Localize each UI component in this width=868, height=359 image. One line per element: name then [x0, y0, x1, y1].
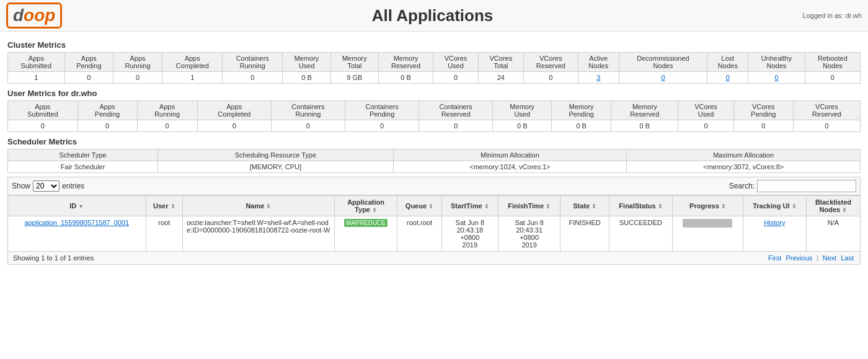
ucol-memory-used: MemoryUsed	[493, 101, 552, 120]
col-vcores-used: VCoresUsed	[433, 53, 479, 72]
cluster-metrics-title: Cluster Metrics	[7, 40, 861, 50]
scheduler-metrics-row: Fair Scheduler [MEMORY, CPU] <memory:102…	[8, 161, 861, 173]
scol-scheduler-type: Scheduler Type	[8, 149, 158, 161]
top-bar: doop All Applications Logged in as: dr.w…	[0, 0, 868, 32]
app-state: FINISHED	[560, 216, 609, 252]
sval-scheduling-resource-type: [MEMORY, CPU]	[158, 161, 393, 173]
col-memory-reserved: MemoryReserved	[378, 53, 433, 72]
val-apps-submitted: 1	[8, 72, 65, 84]
col-rebooted-nodes: RebootedNodes	[805, 53, 860, 72]
col-unhealthy-nodes: UnhealthyNodes	[748, 53, 805, 72]
val-apps-pending: 0	[64, 72, 113, 84]
user-metrics-table: AppsSubmitted AppsPending AppsRunning Ap…	[7, 100, 861, 132]
ucol-apps-completed: AppsCompleted	[197, 101, 271, 120]
last-page-link[interactable]: Last	[841, 254, 854, 262]
sort-trackingui-icon: ⇕	[792, 203, 797, 210]
sort-id-icon: ▼	[78, 203, 84, 210]
th-queue[interactable]: Queue ⇕	[397, 196, 441, 216]
show-label: Show	[12, 182, 30, 190]
entries-select[interactable]: 10 20 50 100	[33, 180, 60, 192]
app-type: MAPREDUCE	[334, 216, 397, 252]
val-apps-running: 0	[113, 72, 162, 84]
th-name[interactable]: Name ⇕	[183, 196, 335, 216]
sval-maximum-allocation: <memory:3072, vCores:8>	[627, 161, 861, 173]
search-bar: Search:	[729, 180, 856, 192]
login-info: Logged in as: dr.wh	[803, 12, 862, 19]
val-active-nodes[interactable]: 3	[578, 72, 619, 84]
uval-vcores-used: 0	[678, 120, 733, 132]
col-apps-completed: AppsCompleted	[162, 53, 223, 72]
th-blacklisted-nodes[interactable]: BlacklistedNodes ⇕	[806, 196, 860, 216]
ucol-vcores-used: VCoresUsed	[678, 101, 733, 120]
table-row: application_1559980571587_0001 root oozi…	[8, 216, 861, 252]
user-metrics-title: User Metrics for dr.who	[7, 89, 861, 98]
sort-name-icon: ⇕	[266, 203, 271, 210]
col-vcores-reserved: VCoresReserved	[523, 53, 578, 72]
uval-vcores-reserved: 0	[793, 120, 860, 132]
sort-state-icon: ⇕	[591, 203, 596, 210]
uval-containers-pending: 0	[345, 120, 419, 132]
apps-table: ID ▼ User ⇕ Name ⇕ ApplicationType ⇕ Que…	[7, 195, 861, 252]
app-id[interactable]: application_1559980571587_0001	[8, 216, 146, 252]
ucol-apps-pending: AppsPending	[78, 101, 137, 120]
app-name: oozie:launcher:T=shell:W=shell-wf:A=shel…	[183, 216, 335, 252]
uval-vcores-pending: 0	[733, 120, 793, 132]
pagination-bar: Showing 1 to 1 of 1 entries First Previo…	[7, 252, 861, 265]
col-apps-running: AppsRunning	[113, 53, 162, 72]
th-app-type[interactable]: ApplicationType ⇕	[334, 196, 397, 216]
col-active-nodes: ActiveNodes	[578, 53, 619, 72]
th-user[interactable]: User ⇕	[146, 196, 182, 216]
scol-maximum-allocation: Maximum Allocation	[627, 149, 861, 161]
th-id[interactable]: ID ▼	[8, 196, 146, 216]
sval-minimum-allocation: <memory:1024, vCores:1>	[393, 161, 627, 173]
search-input[interactable]	[757, 180, 856, 192]
app-queue: root.root	[397, 216, 441, 252]
col-containers-running: ContainersRunning	[223, 53, 283, 72]
val-decommissioned-nodes[interactable]: 0	[619, 72, 707, 84]
sort-blacklisted-icon: ⇕	[842, 207, 847, 213]
scol-scheduling-resource-type: Scheduling Resource Type	[158, 149, 393, 161]
val-lost-nodes[interactable]: 0	[707, 72, 748, 84]
th-final-status[interactable]: FinalStatus ⇕	[609, 196, 673, 216]
ucol-memory-reserved: MemoryReserved	[611, 101, 678, 120]
val-memory-total: 9 GB	[330, 72, 378, 84]
first-page-link[interactable]: First	[768, 254, 781, 262]
ucol-apps-submitted: AppsSubmitted	[8, 101, 78, 120]
sort-finalstatus-icon: ⇕	[658, 203, 663, 210]
col-apps-submitted: AppsSubmitted	[8, 53, 65, 72]
uval-containers-reserved: 0	[419, 120, 493, 132]
col-memory-used: MemoryUsed	[283, 53, 330, 72]
cluster-metrics-table: AppsSubmitted AppsPending AppsRunning Ap…	[7, 52, 861, 84]
val-vcores-used: 0	[433, 72, 479, 84]
th-tracking-ui[interactable]: Tracking UI ⇕	[743, 196, 806, 216]
sort-progress-icon: ⇕	[721, 203, 726, 210]
th-finish-time[interactable]: FinishTime ⇕	[498, 196, 560, 216]
previous-page-link[interactable]: Previous	[786, 254, 812, 262]
ucol-containers-running: ContainersRunning	[271, 101, 345, 120]
uval-apps-submitted: 0	[8, 120, 78, 132]
val-unhealthy-nodes[interactable]: 0	[748, 72, 805, 84]
entries-label: entries	[62, 182, 84, 190]
app-progress	[673, 216, 743, 252]
val-memory-used: 0 B	[283, 72, 330, 84]
uval-memory-used: 0 B	[493, 120, 552, 132]
uval-containers-running: 0	[271, 120, 345, 132]
ucol-memory-pending: MemoryPending	[552, 101, 611, 120]
sort-finishtime-icon: ⇕	[546, 203, 551, 210]
ucol-containers-pending: ContainersPending	[345, 101, 419, 120]
sort-queue-icon: ⇕	[428, 203, 433, 210]
col-lost-nodes: LostNodes	[707, 53, 748, 72]
uval-apps-completed: 0	[197, 120, 271, 132]
show-entries-bar: Show 10 20 50 100 entries Search:	[7, 177, 861, 195]
th-state[interactable]: State ⇕	[560, 196, 609, 216]
th-progress[interactable]: Progress ⇕	[673, 196, 743, 216]
ucol-vcores-pending: VCoresPending	[733, 101, 793, 120]
col-decommissioned-nodes: DecommissionedNodes	[619, 53, 707, 72]
app-tracking-ui[interactable]: History	[743, 216, 806, 252]
next-page-link[interactable]: Next	[823, 254, 837, 262]
th-start-time[interactable]: StartTime ⇕	[441, 196, 498, 216]
sort-apptype-icon: ⇕	[372, 207, 377, 213]
ucol-containers-reserved: ContainersReserved	[419, 101, 493, 120]
val-containers-running: 0	[223, 72, 283, 84]
col-apps-pending: AppsPending	[64, 53, 113, 72]
